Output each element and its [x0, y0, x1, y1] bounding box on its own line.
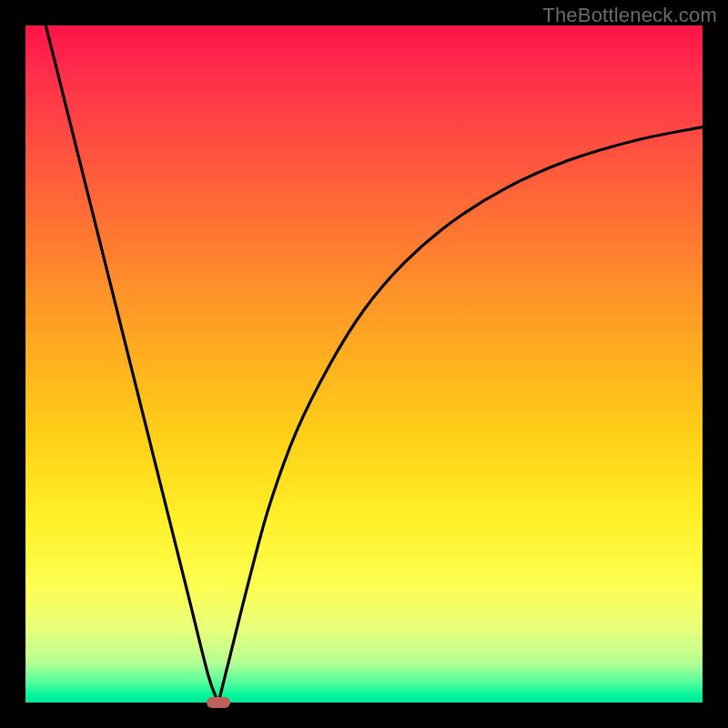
curve-left — [46, 25, 218, 703]
plot-area — [25, 25, 703, 703]
curve-right — [218, 127, 703, 703]
chart-frame: TheBottleneck.com — [0, 0, 728, 728]
watermark-text: TheBottleneck.com — [542, 4, 717, 27]
curve-svg — [25, 25, 703, 703]
minimum-marker — [207, 697, 230, 708]
